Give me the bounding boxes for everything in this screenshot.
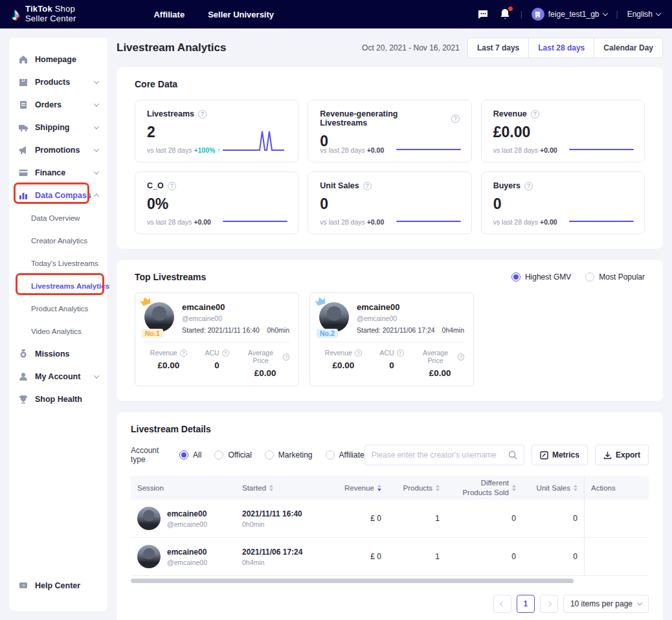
sidebar-subitem-creator-analytics[interactable]: Creator Analytics: [9, 229, 107, 252]
sidebar-item-shipping[interactable]: Shipping: [9, 116, 107, 138]
stat-label: ACU: [205, 349, 219, 357]
messages-icon[interactable]: [476, 8, 489, 21]
calendar-day-button[interactable]: Calendar Day: [594, 38, 663, 58]
kpi-value: 0: [493, 195, 633, 213]
previous-page-button[interactable]: [493, 595, 511, 613]
help-tooltip-icon[interactable]: ?: [451, 115, 460, 123]
help-tooltip-icon[interactable]: ?: [531, 110, 539, 118]
radio-label: Highest GMV: [525, 272, 571, 282]
help-tooltip-icon[interactable]: ?: [180, 349, 187, 357]
last-7-days-button[interactable]: Last 7 days: [467, 38, 529, 58]
kpi-card-buyers: Buyers ? 0 vs last 28 days +0.00: [481, 172, 645, 234]
page-size-label: 10 items per page: [570, 599, 633, 608]
topbar-divider: |: [521, 10, 522, 19]
radio-account-type-all[interactable]: All: [179, 450, 201, 459]
unit-sales-cell: 0: [522, 552, 584, 561]
sidebar-item-my-account[interactable]: My Account: [9, 365, 107, 388]
help-tooltip-icon[interactable]: ?: [458, 353, 464, 360]
sidebar-item-missions[interactable]: Missions: [9, 342, 107, 365]
sort-icon[interactable]: [512, 485, 516, 491]
creator-avatar: [319, 302, 349, 332]
sidebar-label: Orders: [35, 100, 62, 109]
search-icon[interactable]: [508, 450, 517, 459]
different-products-sold-cell: 0: [446, 514, 522, 523]
nav-link-affiliate[interactable]: Affiliate: [153, 10, 185, 19]
subitem-label: Livestreams Analytics: [31, 282, 109, 290]
sidebar-item-products[interactable]: Products: [9, 71, 107, 93]
livestream-details-title: Livestream Details: [131, 424, 649, 434]
subitem-label: Creator Analytics: [31, 237, 87, 245]
sidebar-subitem-data-overview[interactable]: Data Overview: [9, 206, 107, 229]
help-tooltip-icon[interactable]: ?: [363, 182, 372, 190]
top-livestream-card-1[interactable]: No.1 emcaine00 @emcaine00 Started: 2021/…: [135, 293, 299, 386]
help-tooltip-icon[interactable]: ?: [283, 353, 289, 360]
sidebar-item-shop-health[interactable]: Shop Health: [9, 388, 107, 410]
help-tooltip-icon[interactable]: ?: [355, 349, 362, 357]
sort-icon[interactable]: [436, 485, 440, 491]
column-header-revenue[interactable]: Revenue: [333, 484, 388, 492]
top-livestream-card-2[interactable]: No.2 emcaine00 @emcaine00 Started: 2021/…: [309, 293, 474, 386]
sidebar-item-data-compass[interactable]: Data Compass: [9, 184, 107, 206]
next-page-button[interactable]: [540, 595, 558, 613]
radio-label: Most Popular: [599, 272, 645, 282]
logo-seller-center: Seller Center: [25, 14, 76, 24]
unit-sales-cell: 0: [522, 514, 584, 523]
flat-sparkline: [396, 149, 461, 150]
livestreams-sparkline: [219, 127, 287, 154]
flat-sparkline: [396, 221, 461, 222]
stat-value: £0.00: [144, 360, 193, 370]
language-selector[interactable]: English: [627, 10, 660, 19]
livestream-details-panel: Livestream Details Account type All Offi…: [117, 412, 663, 620]
sidebar-item-promotions[interactable]: Promotions: [9, 138, 107, 161]
column-header-started[interactable]: Started: [236, 484, 333, 492]
sidebar-subitem-todays-livestreams[interactable]: Today's Livestreams: [9, 252, 107, 274]
creator-search-input[interactable]: [372, 450, 508, 459]
account-menu[interactable]: feige_test1_gb: [532, 8, 607, 21]
sidebar-subitem-product-analytics[interactable]: Product Analytics: [9, 297, 107, 320]
sort-icon[interactable]: [269, 485, 273, 491]
help-tooltip-icon[interactable]: ?: [397, 349, 404, 357]
notifications-bell-icon[interactable]: [498, 8, 511, 21]
table-row[interactable]: emcaine00 @emcaine00 2021/11/11 16:40 0h…: [131, 500, 649, 538]
column-header-unit-sales[interactable]: Unit Sales: [522, 484, 584, 492]
sort-icon-active-desc[interactable]: [377, 485, 381, 491]
sort-icon[interactable]: [574, 485, 577, 491]
radio-account-type-affiliate[interactable]: Affiliate: [326, 450, 364, 459]
page-number-button[interactable]: 1: [517, 595, 535, 613]
column-header-different-products-sold[interactable]: Different Products Sold: [446, 478, 522, 497]
help-tooltip-icon[interactable]: ?: [524, 182, 533, 190]
sidebar-label: Promotions: [35, 146, 80, 155]
radio-most-popular[interactable]: Most Popular: [585, 272, 645, 282]
tiktok-note-icon: ♪: [12, 6, 20, 23]
help-tooltip-icon[interactable]: ?: [222, 349, 229, 357]
radio-highest-gmv[interactable]: Highest GMV: [511, 272, 571, 282]
rank-badge: No.1: [142, 329, 163, 338]
chevron-down-icon: [94, 146, 99, 151]
table-row[interactable]: emcaine00 @emcaine00 2021/11/06 17:24 0h…: [131, 538, 649, 576]
metrics-button[interactable]: Metrics: [532, 445, 588, 465]
sidebar-item-finance[interactable]: Finance: [9, 161, 107, 184]
column-header-session: Session: [131, 484, 236, 492]
horizontal-scrollbar[interactable]: [131, 579, 574, 583]
divider: [319, 342, 464, 342]
page-size-select[interactable]: 10 items per page: [563, 595, 649, 613]
sidebar-subitem-livestreams-analytics[interactable]: Livestreams Analytics: [9, 274, 107, 297]
sidebar-item-homepage[interactable]: Homepage: [9, 48, 107, 71]
radio-account-type-official[interactable]: Official: [214, 450, 251, 459]
export-button[interactable]: Export: [595, 445, 649, 465]
sidebar-subitem-video-analytics[interactable]: Video Analytics: [9, 320, 107, 342]
flat-sparkline: [569, 221, 634, 222]
help-tooltip-icon[interactable]: ?: [198, 110, 207, 118]
kpi-title: Livestreams: [147, 109, 194, 118]
svg-text:?: ?: [22, 582, 25, 588]
last-28-days-button[interactable]: Last 28 days: [528, 38, 594, 58]
column-header-products[interactable]: Products: [388, 484, 446, 492]
subitem-label: Video Analytics: [31, 327, 82, 335]
page-title: Livestream Analytics: [117, 41, 226, 54]
sidebar-item-help-center[interactable]: ? Help Center: [9, 574, 107, 597]
radio-account-type-marketing[interactable]: Marketing: [265, 450, 313, 459]
tiktok-shop-logo[interactable]: ♪ TikTok Shop Seller Center: [12, 5, 76, 24]
help-tooltip-icon[interactable]: ?: [168, 182, 176, 190]
sidebar-item-orders[interactable]: Orders: [9, 93, 107, 116]
nav-link-seller-university[interactable]: Seller University: [208, 10, 274, 19]
